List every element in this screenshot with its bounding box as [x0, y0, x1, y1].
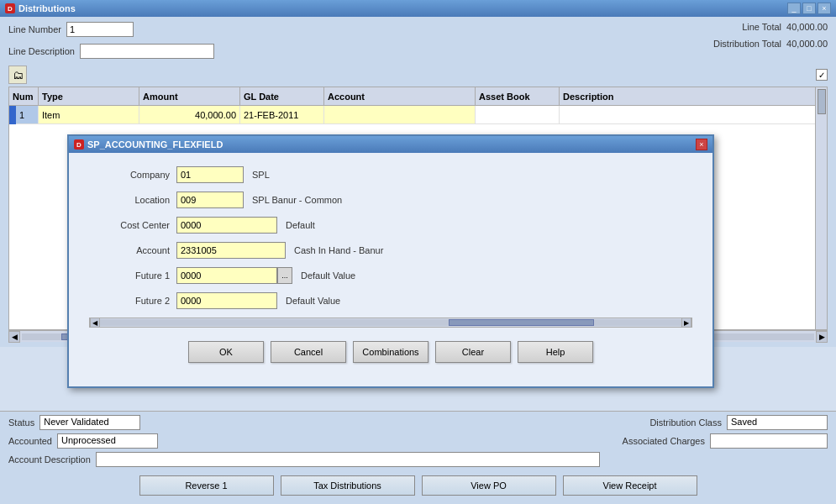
cost-center-desc: Default [286, 220, 315, 230]
company-label: Company [86, 170, 170, 180]
cancel-button[interactable]: Cancel [271, 341, 346, 363]
location-desc: SPL Banur - Common [252, 195, 342, 205]
modal-scroll-thumb[interactable] [449, 319, 594, 326]
account-label: Account [86, 245, 170, 255]
help-button[interactable]: Help [518, 341, 593, 363]
modal-buttons: OK Cancel Combinations Clear Help [86, 334, 696, 373]
modal-body: Company SPL Location SPL Banur - Common … [69, 153, 712, 386]
company-input[interactable] [176, 166, 244, 183]
ok-button[interactable]: OK [188, 341, 264, 363]
future1-browse-button[interactable]: ... [277, 267, 292, 284]
location-input[interactable] [176, 192, 244, 208]
cost-center-label: Cost Center [86, 220, 170, 230]
future1-field-row: Future 1 ... Default Value [86, 267, 696, 284]
modal-close-button[interactable]: × [696, 139, 707, 150]
modal-app-icon: D [74, 139, 84, 150]
combinations-button[interactable]: Combinations [353, 341, 429, 363]
account-desc: Cash In Hand - Banur [294, 245, 383, 255]
future2-label: Future 2 [86, 296, 170, 306]
modal-scroll-left[interactable]: ◀ [90, 318, 100, 328]
cost-center-input[interactable] [176, 217, 277, 234]
company-field-row: Company SPL [86, 166, 696, 183]
location-label: Location [86, 195, 170, 205]
modal-horizontal-scrollbar[interactable]: ◀ ▶ [89, 318, 692, 328]
clear-button[interactable]: Clear [435, 341, 511, 363]
company-desc: SPL [252, 170, 270, 180]
future2-input[interactable] [176, 292, 277, 309]
future1-desc: Default Value [301, 270, 355, 281]
modal-title: SP_ACCOUNTING_FLEXFIELD [87, 139, 692, 150]
future2-field-row: Future 2 Default Value [86, 292, 696, 309]
future1-label: Future 1 [86, 270, 170, 281]
modal-overlay: D SP_ACCOUNTING_FLEXFIELD × Company SPL … [0, 0, 836, 504]
modal-title-bar: D SP_ACCOUNTING_FLEXFIELD × [69, 136, 712, 153]
modal-scroll-right[interactable]: ▶ [681, 318, 691, 328]
future2-desc: Default Value [286, 296, 340, 306]
account-input[interactable] [176, 242, 286, 259]
modal-scroll-track [100, 319, 681, 326]
account-field-row: Account Cash In Hand - Banur [86, 242, 696, 259]
future1-input[interactable] [176, 267, 277, 284]
cost-center-field-row: Cost Center Default [86, 217, 696, 234]
location-field-row: Location SPL Banur - Common [86, 192, 696, 208]
accounting-flexfield-dialog: D SP_ACCOUNTING_FLEXFIELD × Company SPL … [67, 134, 714, 388]
